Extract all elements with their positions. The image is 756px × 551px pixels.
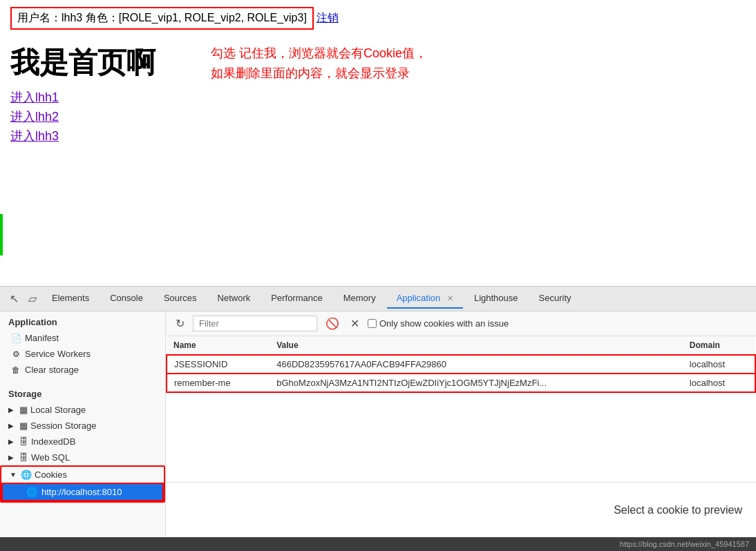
cookies-icon: 🌐 — [21, 470, 32, 480]
devtools-panel: ↖ ▱ Elements Console Sources Network Per… — [0, 287, 756, 551]
clear-icon: 🗑 — [11, 365, 21, 375]
storage-section: Storage ▶ ▦ Local Storage ▶ ▦ Session St… — [0, 383, 165, 503]
cursor-icon[interactable]: ↖ — [6, 289, 23, 308]
user-info-text: 用户名：lhh3 角色：[ROLE_vip1, ROLE_vip2, ROLE_… — [17, 12, 307, 23]
col-name: Name — [167, 336, 270, 355]
cookie-host-icon: 🌐 — [26, 487, 37, 497]
devtools-tabs: ↖ ▱ Elements Console Sources Network Per… — [0, 287, 756, 311]
logout-link[interactable]: 注销 — [316, 11, 339, 26]
only-issue-label[interactable]: Only show cookies with an issue — [368, 318, 509, 329]
cookie-name-remember-me: remember-me — [167, 374, 270, 392]
cookie-hint-line2: 如果删除里面的内容，就会显示登录 — [211, 64, 427, 84]
sidebar-item-service-workers[interactable]: ⚙ Service Workers — [0, 346, 165, 362]
table-row[interactable]: remember-me bGhoMzoxNjA3MzA1NTI2NTIzOjEw… — [167, 374, 755, 392]
nav-link-lhh3[interactable]: 进入lhh3 — [10, 128, 155, 144]
tab-application-close[interactable]: ✕ — [447, 294, 453, 302]
sidebar-item-manifest[interactable]: 📄 Manifest — [0, 330, 165, 346]
manifest-icon: 📄 — [11, 334, 21, 343]
devtools-sidebar: Application 📄 Manifest ⚙ Service Workers… — [0, 311, 166, 537]
nav-link-lhh1[interactable]: 进入lhh1 — [10, 89, 155, 106]
tab-performance[interactable]: Performance — [261, 289, 332, 309]
tab-security[interactable]: Security — [529, 289, 581, 309]
cookie-toolbar: ↻ 🚫 ✕ Only show cookies with an issue — [166, 311, 756, 336]
sidebar-item-websql[interactable]: ▶ 🗄 Web SQL — [0, 450, 165, 465]
block-icon[interactable]: 🚫 — [323, 316, 342, 331]
content-area: 我是首页啊 进入lhh1 进入lhh2 进入lhh3 勾选 记住我，浏览器就会有… — [10, 44, 746, 144]
tab-memory[interactable]: Memory — [334, 289, 386, 309]
page-title: 我是首页啊 — [10, 44, 155, 82]
arrow-right-icon: ▶ — [8, 406, 17, 414]
preview-text: Select a cookie to preview — [614, 504, 742, 516]
sidebar-item-cookie-host[interactable]: 🌐 http://localhost:8010 — [1, 483, 164, 501]
col-value: Value — [270, 336, 683, 355]
cookie-domain-jsessionid: localhost — [683, 355, 755, 374]
cookie-name-jsessionid: JSESSIONID — [167, 355, 270, 374]
cookie-value-jsessionid: 466DD8235957617AA0FACB94FFA29860 — [270, 355, 683, 374]
table-row[interactable]: JSESSIONID 466DD8235957617AA0FACB94FFA29… — [167, 355, 755, 374]
only-issue-checkbox[interactable] — [368, 319, 377, 328]
arrow-down-icon: ▼ — [10, 471, 18, 478]
status-bar: https://blog.csdn.net/weixin_45941587 — [0, 537, 756, 551]
nav-link-lhh2[interactable]: 进入lhh2 — [10, 108, 155, 125]
session-storage-icon: ▦ — [19, 420, 28, 431]
cookie-hint-line1: 勾选 记住我，浏览器就会有Cookie值， — [211, 44, 427, 64]
status-url: https://blog.csdn.net/weixin_45941587 — [620, 540, 749, 548]
tab-sources[interactable]: Sources — [154, 289, 207, 309]
filter-input[interactable] — [193, 316, 317, 331]
user-bar: 用户名：lhh3 角色：[ROLE_vip1, ROLE_vip2, ROLE_… — [10, 7, 746, 30]
cookie-hint: 勾选 记住我，浏览器就会有Cookie值， 如果删除里面的内容，就会显示登录 — [211, 44, 427, 84]
inspect-icon[interactable]: ▱ — [24, 289, 41, 308]
cookie-domain-remember-me: localhost — [683, 374, 755, 392]
sidebar-item-indexeddb[interactable]: ▶ 🗄 IndexedDB — [0, 434, 165, 450]
tab-application[interactable]: Application ✕ — [387, 289, 463, 309]
devtools-main: ↻ 🚫 ✕ Only show cookies with an issue Na… — [166, 311, 756, 537]
cookie-table: Name Value Domain JSESSIONID 466DD823595… — [166, 336, 756, 482]
service-worker-icon: ⚙ — [11, 349, 21, 359]
tab-network[interactable]: Network — [208, 289, 261, 309]
sidebar-item-clear-storage[interactable]: 🗑 Clear storage — [0, 362, 165, 378]
col-domain: Domain — [683, 336, 755, 355]
sidebar-item-cookies[interactable]: ▼ 🌐 Cookies — [1, 467, 164, 483]
refresh-button[interactable]: ↻ — [173, 316, 187, 331]
tab-elements[interactable]: Elements — [42, 289, 99, 309]
arrow-right-icon3: ▶ — [8, 438, 17, 445]
sidebar-item-local-storage[interactable]: ▶ ▦ Local Storage — [0, 402, 165, 418]
tab-lighthouse[interactable]: Lighthouse — [464, 289, 528, 309]
arrow-right-icon2: ▶ — [8, 422, 17, 429]
left-content: 我是首页啊 进入lhh1 进入lhh2 进入lhh3 — [10, 44, 155, 144]
green-bar — [0, 214, 3, 255]
local-storage-icon: ▦ — [19, 405, 28, 415]
cookies-section: ▼ 🌐 Cookies 🌐 http://localhost:8010 — [0, 465, 165, 503]
page-content: 用户名：lhh3 角色：[ROLE_vip1, ROLE_vip2, ROLE_… — [0, 0, 756, 287]
tab-console[interactable]: Console — [100, 289, 153, 309]
user-info-box: 用户名：lhh3 角色：[ROLE_vip1, ROLE_vip2, ROLE_… — [10, 7, 314, 30]
cookie-value-remember-me: bGhoMzoxNjA3MzA1NTI2NTIzOjEwZDIiYjc1OGM5… — [270, 374, 683, 392]
sidebar-app-title: Application — [0, 311, 165, 330]
devtools-body: Application 📄 Manifest ⚙ Service Workers… — [0, 311, 756, 537]
clear-filter-button[interactable]: ✕ — [348, 316, 362, 331]
indexeddb-icon: 🗄 — [19, 436, 28, 447]
storage-title: Storage — [0, 383, 165, 402]
websql-icon: 🗄 — [19, 452, 28, 463]
arrow-right-icon4: ▶ — [8, 454, 17, 461]
nav-links: 进入lhh1 进入lhh2 进入lhh3 — [10, 89, 155, 144]
preview-pane: Select a cookie to preview — [166, 482, 756, 537]
sidebar-item-session-storage[interactable]: ▶ ▦ Session Storage — [0, 418, 165, 434]
